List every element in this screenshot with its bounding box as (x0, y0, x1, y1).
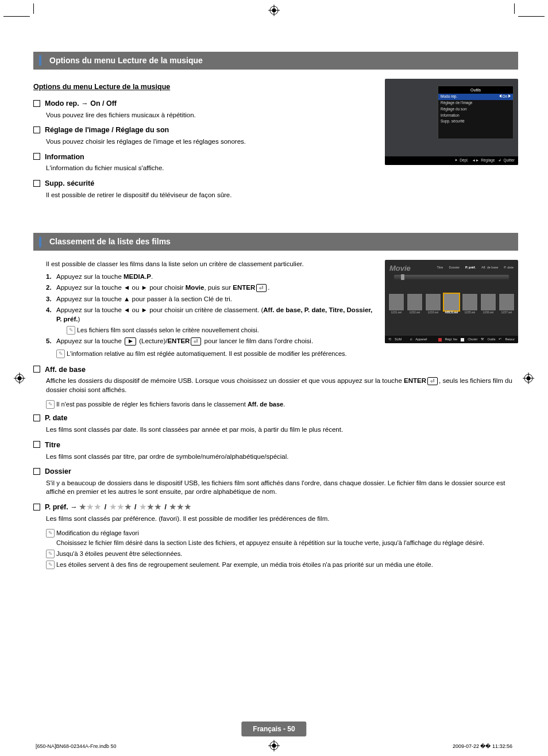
section-heading-text: Options du menu Lecture de la musique (49, 55, 203, 66)
registration-mark-icon (14, 373, 25, 384)
section-heading-text: Classement de la liste des films (49, 236, 171, 247)
sort-titre: Titre (33, 440, 518, 450)
movie-thumbnails (388, 293, 515, 311)
movie-thumb (462, 293, 478, 311)
device-icon: ⎚ (410, 337, 412, 341)
option-body: Vous pouvez lire des fichiers musicaux à… (46, 111, 375, 120)
crop-mark (33, 3, 34, 14)
section-intro: Il est possible de classer les films dan… (46, 260, 375, 269)
heading-accent-bar (39, 237, 44, 247)
movie-osd-screenshot: Movie Titre Dossier P. préf. Aff. de bas… (385, 260, 518, 343)
movie-thumb (425, 293, 441, 311)
tools-row-modo-rep: Modo rep. On (438, 94, 513, 100)
option-information: Information (33, 152, 375, 162)
tools-row: Information (438, 113, 513, 119)
tools-row: Réglage du son (438, 106, 513, 113)
scrollbar-knob (401, 274, 404, 280)
tools-icon: ⚒ (481, 337, 484, 341)
sort-p-date: P. date (33, 413, 518, 423)
footer-file-info: [650-NA]BN68-02344A-Fre.indb 50 (36, 743, 117, 749)
step-note: ✎Les fichiers film sont classés selon le… (67, 326, 375, 335)
tools-row: Supp. sécurité (438, 118, 513, 125)
move-icon: ✦ (454, 158, 458, 163)
footer-timestamp: 2009-07-22 �� 11:32:56 (453, 743, 512, 749)
option-body: Il est possible de retirer le dispositif… (46, 191, 375, 200)
tools-panel-title: Outils (438, 86, 513, 94)
crop-mark (514, 3, 515, 14)
movie-thumb-selected (443, 293, 460, 311)
step-1: Appuyez sur la touche MEDIA.P. (46, 273, 375, 282)
tools-footer: ✦Dépl. ◄►Réglage ↲Quitter (385, 156, 518, 165)
bullet-square-icon (33, 366, 40, 373)
sort-aff-de-base: Aff. de base (33, 365, 518, 375)
option-body: L'information du fichier musical s'affic… (46, 164, 375, 173)
red-button-icon (438, 338, 442, 341)
registration-mark-icon (268, 5, 280, 16)
heading-accent-bar (39, 55, 44, 66)
arrow-right-icon (508, 94, 511, 98)
sort-body: Les films sont classés par titre, par or… (46, 452, 518, 462)
bullet-square-icon (33, 100, 40, 107)
step-4: Appuyez sur la touche ◄ ou ► pour choisi… (46, 306, 375, 335)
bullet-square-icon (33, 504, 40, 511)
movie-osd-title: Movie (389, 263, 411, 274)
note-icon: ✎ (67, 326, 75, 335)
registration-mark-icon (268, 740, 280, 751)
note-icon: ✎ (46, 400, 55, 409)
movie-tabs: Titre Dossier P. préf. Aff. de base P. d… (437, 266, 514, 270)
movie-footer: ⟲SUM ⎚Appareil Régl. favChoisir⚒Outils↶R… (385, 336, 518, 343)
bullet-square-icon (33, 126, 40, 133)
play-icon: ▶ (125, 337, 136, 346)
tools-panel: Outils Modo rep. On Réglage de l'image R… (438, 86, 514, 139)
section-heading: Classement de la liste des films (33, 233, 518, 251)
bullet-square-icon (33, 180, 40, 187)
star-rating-icon: ★★★ / ★★★ / ★★★ / ★★★ (79, 503, 192, 511)
lr-arrows-icon: ◄► (472, 158, 479, 163)
sort-note: ✎Il n'est pas possible de régler les fic… (46, 400, 518, 409)
sort-body: Affiche les dossiers du dispositif de mé… (46, 377, 518, 394)
bullet-square-icon (33, 153, 40, 160)
pref-note-1: ✎Modification du réglage favoriChoisisse… (46, 529, 518, 547)
option-modo-rep: Modo rep. → On / Off (33, 99, 375, 109)
option-reglage: Réglage de l'image / Réglage du son (33, 125, 375, 135)
enter-icon: ⏎ (256, 284, 267, 292)
enter-button-icon (461, 338, 464, 341)
sort-body: Les films sont classés par date. Ils son… (46, 425, 518, 435)
movie-thumb (480, 293, 496, 311)
enter-icon: ⏎ (191, 337, 201, 346)
bullet-square-icon (33, 441, 40, 448)
step-note: ✎L'information relative au film est régl… (56, 350, 375, 358)
option-supp-securite: Supp. sécurité (33, 179, 375, 189)
movie-thumb (388, 293, 404, 311)
registration-mark-icon (523, 373, 534, 384)
note-icon: ✎ (46, 529, 55, 538)
pref-note-3: ✎Les étoiles servent à des fins de regro… (46, 561, 518, 569)
crop-mark (518, 16, 545, 17)
sub-heading: Options du menu Lecture de la musique (33, 82, 375, 92)
bullet-square-icon (33, 415, 40, 421)
movie-thumb (407, 293, 423, 311)
crop-mark (3, 16, 30, 17)
step-5: Appuyez sur la touche ▶ (Lecture)/ENTER⏎… (46, 337, 375, 346)
return-icon: ↲ (498, 158, 501, 163)
step-3: Appuyez sur la touche ▲ pour passer à la… (46, 295, 375, 304)
step-2: Appuyez sur la touche ◄ ou ► pour choisi… (46, 283, 375, 293)
enter-icon: ⏎ (427, 377, 438, 385)
pref-note-2: ✎Jusqu'à 3 étoiles peuvent être sélectio… (46, 550, 518, 558)
note-icon: ✎ (46, 561, 55, 569)
bullet-square-icon (33, 468, 40, 475)
sort-body: Les films sont classés par préférence. (… (46, 515, 518, 524)
note-icon: ✎ (56, 350, 65, 358)
section-heading: Options du menu Lecture de la musique (33, 52, 518, 70)
tools-row: Réglage de l'image (438, 100, 513, 106)
movie-scrollbar (394, 275, 509, 279)
movie-thumb-labels: 1231.avi 1232.avi 1233.avi ABCD.avi 1235… (388, 310, 515, 314)
arrow-left-icon (499, 94, 501, 98)
movie-thumb (499, 293, 515, 311)
steps-list: Appuyez sur la touche MEDIA.P. Appuyez s… (46, 273, 375, 346)
sort-body: S'il y a beaucoup de dossiers dans le di… (46, 479, 518, 497)
sort-p-pref: P. préf. → ★★★ / ★★★ / ★★★ / ★★★ (33, 502, 518, 512)
option-body: Vous pouvez choisir les réglages de l'im… (46, 137, 375, 147)
return-icon: ↶ (499, 337, 501, 341)
tools-osd-screenshot: Outils Modo rep. On Réglage de l'image R… (385, 79, 518, 165)
